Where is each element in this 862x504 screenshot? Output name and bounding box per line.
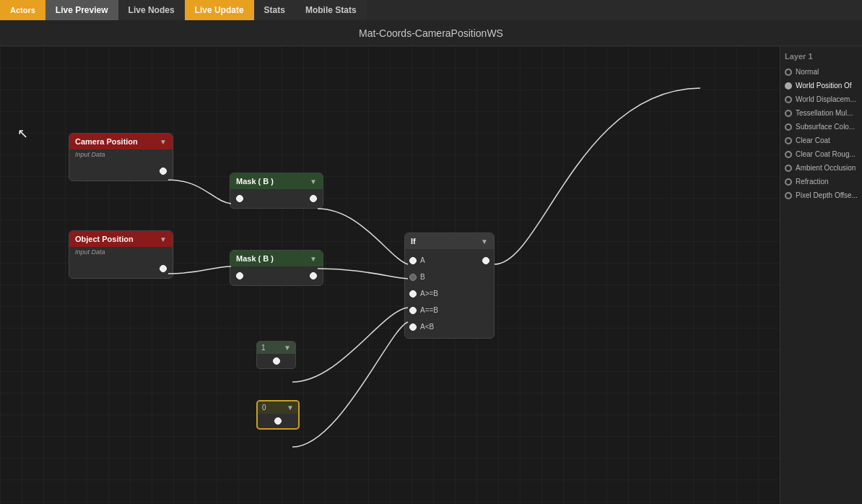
mask-b-2-body xyxy=(230,266,323,285)
if-aeqb-input-port[interactable] xyxy=(409,307,417,314)
object-position-body xyxy=(69,259,173,278)
panel-item-clear-coat-rough[interactable]: Clear Coat Roug... xyxy=(785,150,858,158)
panel-item-ambient-occlusion[interactable]: Ambient Occlusion xyxy=(785,164,858,172)
cursor: ↖ xyxy=(17,126,28,142)
object-position-subtitle: Input Data xyxy=(69,247,173,259)
mask-b-1-header: Mask ( B ) ▼ xyxy=(230,173,323,189)
mask-b-2-output-port[interactable] xyxy=(310,272,317,279)
const-0-node[interactable]: 0 ▼ xyxy=(256,400,300,430)
panel-title: Layer 1 xyxy=(785,52,858,61)
panel-dot xyxy=(785,123,792,131)
mask-b-1-input-port[interactable] xyxy=(236,195,243,202)
mask-b-2-node[interactable]: Mask ( B ) ▼ xyxy=(230,250,323,286)
canvas[interactable]: ↖ Camera Position ▼ Input Data xyxy=(0,46,780,504)
panel-dot xyxy=(785,192,792,199)
mask-b-1-body xyxy=(230,189,323,208)
panel-dot xyxy=(785,165,792,172)
camera-position-output-port[interactable] xyxy=(160,168,167,175)
right-panel: Layer 1 Normal World Position Of World D… xyxy=(780,46,862,504)
mask-b-2-port-row xyxy=(230,269,323,282)
panel-dot xyxy=(785,82,792,90)
chevron-icon: ▼ xyxy=(284,344,291,352)
panel-dot xyxy=(785,110,792,117)
title-bar: Mat-Coords-CameraPositionWS xyxy=(0,20,862,46)
if-node[interactable]: If ▼ A B A>=B xyxy=(404,233,495,339)
chevron-icon: ▼ xyxy=(160,138,167,146)
if-node-body: A B A>=B A==B A<B xyxy=(405,249,494,338)
if-b-input-port[interactable] xyxy=(409,274,417,281)
camera-position-header: Camera Position ▼ xyxy=(69,134,173,149)
object-position-header: Object Position ▼ xyxy=(69,231,173,247)
camera-position-port-row xyxy=(69,165,173,178)
chevron-icon: ▼ xyxy=(287,404,294,412)
if-altb-input-port[interactable] xyxy=(409,323,417,331)
if-output-port[interactable] xyxy=(482,257,489,264)
object-position-output-port[interactable] xyxy=(160,265,167,272)
chevron-icon: ▼ xyxy=(310,178,317,186)
toolbar: Actors Live Preview Live Nodes Live Upda… xyxy=(0,0,862,20)
const-1-body xyxy=(257,354,295,368)
tab-live-nodes[interactable]: Live Nodes xyxy=(118,0,185,20)
tab-actors[interactable]: Actors xyxy=(0,0,45,20)
tab-live-preview[interactable]: Live Preview xyxy=(45,0,118,20)
panel-item-tessellation[interactable]: Tessellation Mul... xyxy=(785,109,858,117)
const-0-output-port[interactable] xyxy=(274,417,282,425)
panel-item-world-displacement[interactable]: World Displacem... xyxy=(785,95,858,103)
if-agteb-input-port[interactable] xyxy=(409,290,417,297)
camera-position-body xyxy=(69,162,173,181)
const-1-output-port[interactable] xyxy=(273,357,280,365)
panel-dot xyxy=(785,151,792,158)
mask-b-1-output-port[interactable] xyxy=(310,195,317,202)
chevron-icon: ▼ xyxy=(310,255,317,263)
if-a-input-port[interactable] xyxy=(409,257,417,264)
camera-position-subtitle: Input Data xyxy=(69,149,173,162)
panel-item-refraction[interactable]: Refraction xyxy=(785,178,858,186)
mask-b-2-header: Mask ( B ) ▼ xyxy=(230,251,323,266)
const-1-node[interactable]: 1 ▼ xyxy=(256,341,296,369)
mask-b-1-port-row xyxy=(230,192,323,205)
const-0-body xyxy=(258,414,298,428)
tab-live-update[interactable]: Live Update xyxy=(185,0,254,20)
panel-item-pixel-depth[interactable]: Pixel Depth Offse... xyxy=(785,191,858,199)
panel-item-subsurface[interactable]: Subsurface Colo... xyxy=(785,123,858,131)
if-node-header: If ▼ xyxy=(405,233,494,249)
const-0-header: 0 ▼ xyxy=(258,401,298,414)
panel-dot xyxy=(785,137,792,144)
panel-dot xyxy=(785,96,792,103)
mask-b-1-node[interactable]: Mask ( B ) ▼ xyxy=(230,173,323,209)
panel-item-normal[interactable]: Normal xyxy=(785,68,858,76)
object-position-port-row xyxy=(69,262,173,275)
panel-item-clear-coat[interactable]: Clear Coat xyxy=(785,136,858,144)
document-title: Mat-Coords-CameraPositionWS xyxy=(359,27,503,39)
panel-dot xyxy=(785,178,792,186)
const-1-header: 1 ▼ xyxy=(257,342,295,354)
tab-stats[interactable]: Stats xyxy=(254,0,295,20)
panel-dot xyxy=(785,69,792,76)
object-position-node[interactable]: Object Position ▼ Input Data xyxy=(69,230,173,279)
chevron-icon: ▼ xyxy=(160,235,167,243)
mask-b-2-input-port[interactable] xyxy=(236,272,243,279)
camera-position-node[interactable]: Camera Position ▼ Input Data xyxy=(69,133,173,181)
chevron-icon: ▼ xyxy=(481,238,488,246)
tab-mobile-stats[interactable]: Mobile Stats xyxy=(295,0,367,20)
panel-item-world-position[interactable]: World Position Of xyxy=(785,82,858,90)
